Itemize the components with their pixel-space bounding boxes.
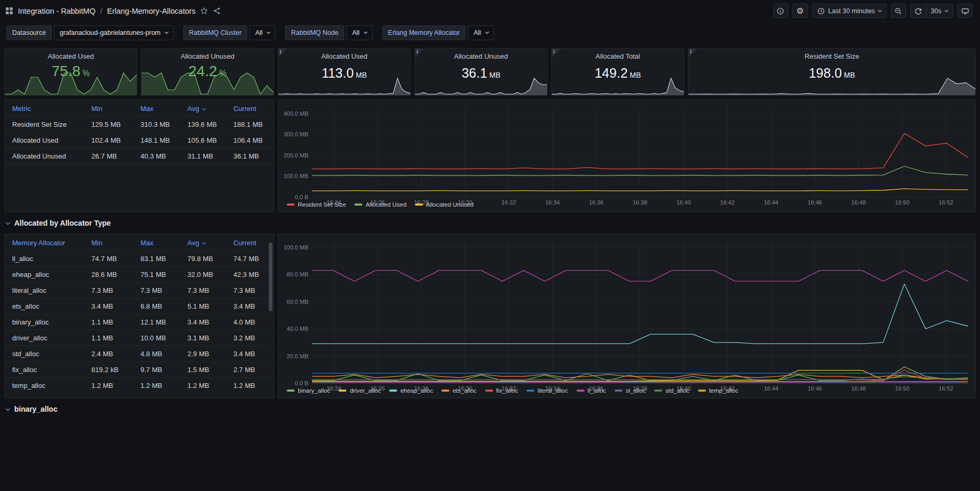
scrollbar-thumb[interactable]: [269, 243, 272, 311]
variable-group: RabbitMQ ClusterAll: [183, 25, 276, 40]
legend-item[interactable]: Allocated Unused: [415, 201, 474, 208]
column-header[interactable]: Metric: [12, 105, 91, 113]
panel-title[interactable]: Resident Set Size: [805, 52, 859, 60]
table-cell: 9.7 MB: [140, 366, 187, 374]
memory-chart-canvas[interactable]: 16:2416:2616:2816:3016:3216:3416:3616:38…: [280, 102, 973, 200]
variable-label: RabbitMQ Node: [285, 25, 344, 40]
star-glyph: [200, 7, 208, 15]
column-header[interactable]: Current: [233, 239, 266, 247]
variable-value: All: [255, 29, 262, 36]
legend-item[interactable]: literal_alloc: [526, 387, 568, 394]
legend-item[interactable]: ets_alloc: [441, 387, 476, 394]
svg-text:100.0 MB: 100.0 MB: [284, 244, 308, 251]
panel-info-icon[interactable]: i: [552, 49, 561, 58]
column-header[interactable]: Avg: [187, 105, 233, 113]
variable-select[interactable]: grafanacloud-gabrielantunes-prom: [54, 25, 174, 40]
row-header-allocated-by-type[interactable]: Allocated by Allocator Type: [6, 216, 976, 230]
svg-text:100.0 MB: 100.0 MB: [284, 173, 308, 179]
panel-title[interactable]: Allocated Used: [321, 52, 367, 60]
panel-title[interactable]: Allocated Used: [48, 52, 93, 60]
table-cell: 4.0 MB: [233, 318, 266, 326]
svg-text:80.0 MB: 80.0 MB: [287, 271, 308, 277]
variable-select[interactable]: All: [346, 25, 373, 40]
time-range-picker[interactable]: Last 30 minutes: [812, 4, 887, 18]
share-icon[interactable]: [213, 7, 221, 15]
zoom-out-button[interactable]: [891, 4, 906, 18]
refresh-interval-select[interactable]: 30s: [926, 4, 953, 18]
dashboard-settings-button[interactable]: ⚙: [793, 4, 808, 18]
variable-select[interactable]: All: [468, 25, 494, 40]
table-cell: 26.7 MB: [91, 152, 140, 160]
stat-value: 113.0MB: [322, 66, 367, 81]
chevron-down-icon: [6, 406, 10, 410]
column-header[interactable]: Min: [91, 105, 140, 113]
table-cell: 32.0 MB: [187, 271, 233, 279]
panel-title[interactable]: Allocated Unused: [181, 52, 234, 60]
column-header[interactable]: Min: [91, 239, 140, 247]
panel-info-icon[interactable]: i: [689, 49, 698, 58]
table-cell: 2.7 MB: [233, 366, 266, 374]
breadcrumb-app[interactable]: Integration - RabbitMQ: [18, 7, 96, 15]
star-icon[interactable]: [200, 7, 208, 15]
table-cell: 5.1 MB: [187, 302, 233, 310]
legend-swatch: [287, 203, 295, 206]
sort-caret-icon: [202, 107, 206, 110]
gear-icon: ⚙: [796, 7, 804, 15]
variable-select[interactable]: All: [249, 25, 276, 40]
column-header[interactable]: Max: [140, 105, 187, 113]
table-cell: fix_alloc: [12, 366, 91, 374]
table-cell: driver_alloc: [12, 334, 91, 342]
column-header[interactable]: Memory Allocator: [12, 239, 91, 247]
legend-swatch: [415, 203, 423, 206]
refresh-button[interactable]: [910, 4, 926, 18]
chevron-down-icon: [6, 220, 10, 224]
panel-info-icon[interactable]: i: [278, 49, 287, 58]
legend-item[interactable]: std_alloc: [654, 387, 689, 394]
legend-item[interactable]: driver_alloc: [338, 387, 381, 394]
legend-item[interactable]: fix_alloc: [485, 387, 519, 394]
svg-text:400.0 MB: 400.0 MB: [284, 110, 308, 117]
table-cell: 106.4 MB: [233, 136, 266, 144]
legend-item[interactable]: eheap_alloc: [389, 387, 433, 394]
allocator-table: Memory AllocatorMinMaxAvgCurrentll_alloc…: [7, 235, 271, 399]
timeseries-plot[interactable]: 16:2416:2616:2816:3016:3216:3416:3616:38…: [280, 236, 973, 393]
variable-value: All: [352, 29, 360, 36]
timeseries-plot[interactable]: 16:2416:2616:2816:3016:3216:3416:3616:38…: [280, 102, 973, 207]
column-header[interactable]: Current: [233, 105, 266, 113]
tv-icon: [962, 7, 969, 15]
allocator-chart-canvas[interactable]: 16:2416:2616:2816:3016:3216:3416:3616:38…: [280, 236, 973, 386]
legend-item[interactable]: binary_alloc: [287, 387, 330, 394]
breadcrumb-page[interactable]: Erlang-Memory-Allocators: [107, 7, 196, 15]
table-row: driver_alloc1.1 MB10.0 MB3.1 MB3.2 MB: [7, 330, 271, 346]
zoom-out-icon: [894, 7, 902, 15]
table-row: Allocated Unused26.7 MB40.3 MB31.1 MB36.…: [7, 149, 271, 164]
panel-info-icon[interactable]: i: [415, 49, 424, 58]
apps-grid-icon[interactable]: [5, 7, 13, 15]
info-circle-button[interactable]: [773, 4, 788, 18]
panel-title[interactable]: Allocated Total: [596, 52, 640, 60]
legend-item[interactable]: sl_alloc: [615, 387, 646, 394]
column-header[interactable]: Max: [140, 239, 187, 247]
refresh-icon: [915, 7, 922, 15]
tv-kiosk-button[interactable]: [957, 4, 973, 18]
table-cell: 6.8 MB: [140, 302, 187, 310]
panel-title[interactable]: Allocated Unused: [454, 52, 508, 60]
legend-swatch: [615, 390, 623, 392]
legend-item[interactable]: Allocated Used: [354, 201, 406, 208]
variable-group: Datasourcegrafanacloud-gabrielantunes-pr…: [6, 25, 174, 40]
variable-label: RabbitMQ Cluster: [183, 25, 247, 40]
row-header-binary-alloc[interactable]: binary_alloc: [6, 402, 976, 416]
table-cell: 7.3 MB: [140, 286, 187, 294]
legend-item[interactable]: temp_alloc: [698, 387, 739, 394]
table-cell: 102.4 MB: [91, 136, 140, 144]
table-row: literal_alloc7.3 MB7.3 MB7.3 MB7.3 MB: [7, 283, 271, 299]
legend-swatch: [338, 390, 346, 392]
legend-swatch: [577, 390, 585, 392]
legend-swatch: [389, 390, 397, 392]
legend-label: literal_alloc: [538, 387, 568, 394]
nav-actions: ⚙ Last 30 minutes 30s: [773, 4, 973, 18]
legend-item[interactable]: ll_alloc: [577, 387, 606, 394]
column-header[interactable]: Avg: [187, 239, 233, 247]
legend-item[interactable]: Resident Set Size: [287, 201, 346, 208]
table-cell: 1.1 MB: [91, 318, 140, 326]
